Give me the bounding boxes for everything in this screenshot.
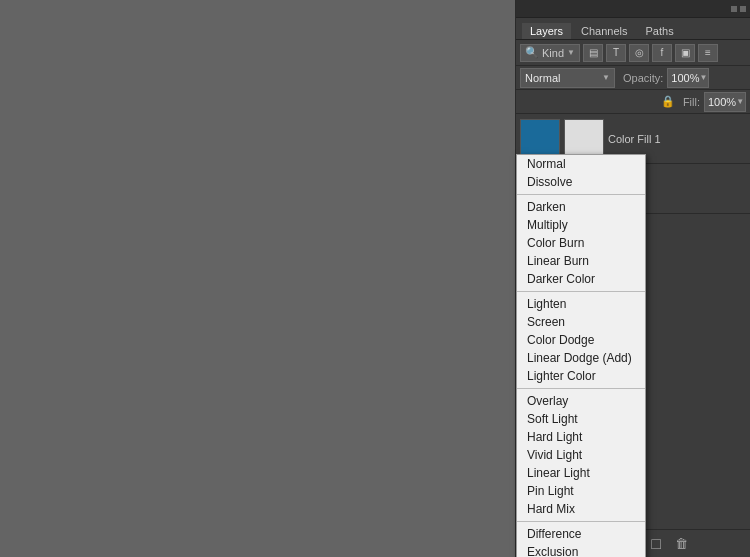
layer-name-color-fill: Color Fill 1 [608,133,746,145]
blend-mode-select[interactable]: Normal ▼ [520,68,615,88]
filter-btn-5[interactable]: ▣ [675,44,695,62]
blend-option-linear-dodge[interactable]: Linear Dodge (Add) [517,349,645,367]
tab-layers[interactable]: Layers [522,23,571,39]
blend-option-hard-light[interactable]: Hard Light [517,428,645,446]
tab-channels[interactable]: Channels [573,23,635,39]
blend-option-darken[interactable]: Darken [517,198,645,216]
blend-option-linear-light[interactable]: Linear Light [517,464,645,482]
tab-paths[interactable]: Paths [638,23,682,39]
fill-row: 🔒 Fill: 100% ▼ [516,90,750,114]
blend-option-difference[interactable]: Difference [517,525,645,543]
canvas [0,0,515,557]
layer-thumb-color-fill [520,119,560,159]
blend-option-pin-light[interactable]: Pin Light [517,482,645,500]
opacity-input[interactable]: 100% ▼ [667,68,709,88]
blend-mode-value: Normal [525,72,560,84]
filter-row: 🔍 Kind ▼ ▤ T ◎ f ▣ ≡ [516,40,750,66]
filter-btn-6[interactable]: ≡ [698,44,718,62]
blend-option-lighten[interactable]: Lighten [517,295,645,313]
filter-btn-3[interactable]: ◎ [629,44,649,62]
delete-button[interactable]: 🗑 [670,533,692,555]
expand-dot[interactable] [740,6,746,12]
opacity-value: 100% [671,72,699,84]
blend-option-overlay[interactable]: Overlay [517,392,645,410]
title-bar-controls [731,6,746,12]
opacity-chevron: ▼ [700,73,708,82]
blend-option-dissolve[interactable]: Dissolve [517,173,645,191]
blend-option-color-dodge[interactable]: Color Dodge [517,331,645,349]
separator-4 [517,521,645,522]
fill-label: Fill: [683,96,700,108]
title-bar [516,0,750,18]
blend-option-hard-mix[interactable]: Hard Mix [517,500,645,518]
filter-btn-1[interactable]: ▤ [583,44,603,62]
filter-btn-2[interactable]: T [606,44,626,62]
collapse-dot[interactable] [731,6,737,12]
blend-opacity-row: Normal ▼ Opacity: 100% ▼ Normal Dissolve… [516,66,750,90]
layer-thumb-mask [564,119,604,159]
blend-option-lighter-color[interactable]: Lighter Color [517,367,645,385]
separator-2 [517,291,645,292]
blend-option-linear-burn[interactable]: Linear Burn [517,252,645,270]
blend-option-soft-light[interactable]: Soft Light [517,410,645,428]
layers-panel: Layers Channels Paths 🔍 Kind ▼ ▤ T ◎ f ▣… [515,0,750,557]
blend-option-vivid-light[interactable]: Vivid Light [517,446,645,464]
filter-btn-4[interactable]: f [652,44,672,62]
fill-value: 100% [708,96,736,108]
blend-option-multiply[interactable]: Multiply [517,216,645,234]
blend-option-darker-color[interactable]: Darker Color [517,270,645,288]
separator-3 [517,388,645,389]
blend-option-screen[interactable]: Screen [517,313,645,331]
blend-mode-chevron: ▼ [602,73,610,82]
new-layer-button[interactable]: □ [645,533,667,555]
kind-chevron: ▼ [567,48,575,57]
blend-mode-dropdown: Normal Dissolve Darken Multiply Color Bu… [516,154,646,557]
panel-tabs: Layers Channels Paths [516,18,750,40]
separator-1 [517,194,645,195]
fill-chevron: ▼ [736,97,744,106]
opacity-label: Opacity: [623,72,663,84]
kind-label: Kind [542,47,564,59]
kind-filter[interactable]: 🔍 Kind ▼ [520,44,580,62]
blend-option-color-burn[interactable]: Color Burn [517,234,645,252]
fill-input[interactable]: 100% ▼ [704,92,746,112]
blend-option-exclusion[interactable]: Exclusion [517,543,645,557]
lock-icon: 🔒 [520,95,679,108]
search-icon: 🔍 [525,46,539,59]
blend-option-normal[interactable]: Normal [517,155,645,173]
